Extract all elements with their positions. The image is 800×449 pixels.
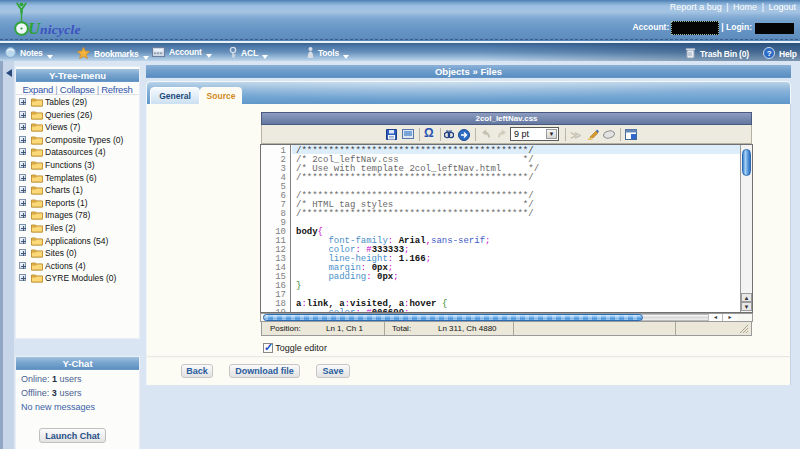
- svg-text:?: ?: [767, 49, 772, 58]
